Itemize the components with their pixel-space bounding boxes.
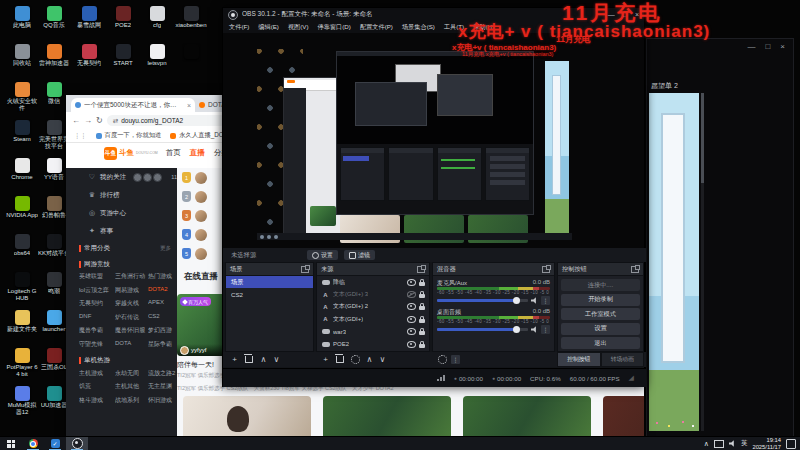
obs-menu-item[interactable]: 停靠窗口(D) — [318, 23, 351, 32]
game-category-link[interactable]: 战地系列 — [115, 396, 148, 405]
visibility-eye-icon[interactable] — [407, 316, 416, 323]
channel-options-kebab-icon[interactable]: ⋮ — [541, 296, 550, 305]
source-properties-button[interactable]: 设置 — [307, 250, 338, 260]
visibility-eye-icon[interactable] — [407, 291, 416, 298]
game-category-link[interactable]: 网易游戏 — [115, 286, 148, 295]
game-category-link[interactable]: APEX — [148, 299, 176, 308]
visibility-eye-icon[interactable] — [407, 279, 416, 286]
mixer-options-kebab-icon[interactable]: ⋮ — [451, 355, 460, 364]
douyu-sidebar-item[interactable]: ✦ 赛事 — [66, 222, 177, 240]
desktop-icon[interactable]: letsvpn — [140, 44, 174, 78]
bookmark-baidu[interactable]: 百度一下，你就知道 — [96, 131, 162, 140]
clock[interactable]: 19:14 2025/11/17 — [752, 437, 781, 450]
ranking-row[interactable]: 2 — [182, 189, 207, 204]
source-properties-gear-icon[interactable] — [351, 355, 360, 364]
obs-menu-item[interactable]: 配置文件(P) — [360, 23, 393, 32]
speaker-icon[interactable] — [531, 326, 538, 333]
scenes-dock-header[interactable]: 场景 — [226, 263, 313, 276]
game-category-link[interactable]: 星际争霸 — [148, 340, 176, 349]
source-item[interactable]: war3 — [317, 326, 429, 338]
address-bar[interactable]: ⇄ douyu.com/g_DOTA2 — [107, 115, 237, 126]
dock-tab[interactable]: 转场动画 — [601, 352, 645, 367]
input-language-indicator[interactable]: 英 — [741, 439, 748, 448]
hidden-icons-chevron[interactable]: ∧ — [704, 440, 709, 448]
ranking-row[interactable]: 4 — [182, 227, 207, 242]
game-category-link[interactable]: 永劫无间 — [115, 369, 148, 378]
popout-dock-icon[interactable] — [417, 266, 425, 273]
game-category-link[interactable]: 魔兽争霸 — [79, 326, 115, 335]
site-info-icon[interactable]: ⇄ — [113, 117, 118, 125]
source-filters-button[interactable]: 滤镜 — [344, 250, 375, 260]
game-category-link[interactable]: 守望先锋 — [79, 340, 115, 349]
move-down-icon[interactable]: ∨ — [377, 354, 388, 365]
desktop-icon[interactable]: POE2 — [106, 6, 140, 40]
control-button[interactable]: 连接中.... — [561, 279, 640, 291]
game-category-link[interactable]: lol云顶之弈 — [79, 286, 115, 295]
desktop-icon[interactable]: Logitech G HUB — [6, 272, 38, 306]
control-button[interactable]: 退出 — [561, 337, 640, 349]
game-category-link[interactable]: 魔兽怀旧服 — [115, 326, 148, 335]
lock-icon[interactable] — [419, 344, 425, 348]
mixer-dock-header[interactable]: 混音器 — [433, 263, 554, 276]
video-thumbnail[interactable] — [323, 396, 451, 437]
video-thumbnail[interactable] — [603, 396, 644, 437]
desktop-icon[interactable]: xiaobenben — [174, 6, 208, 40]
source-item[interactable]: 文本(GDI+) 3 — [317, 288, 429, 300]
video-thumbnail[interactable] — [183, 396, 311, 437]
control-button[interactable]: 工作室模式 — [561, 308, 640, 320]
visibility-eye-icon[interactable] — [407, 341, 416, 348]
douyu-sidebar-item[interactable]: ♡ 我的关注 11 — [66, 168, 177, 186]
source-item[interactable]: POE2 — [317, 338, 429, 350]
lock-icon[interactable] — [419, 319, 425, 323]
game-category-link[interactable]: 炉石传说 — [115, 313, 148, 322]
forward-icon[interactable]: → — [84, 116, 92, 125]
game-category-link[interactable]: 穿越火线 — [115, 299, 148, 308]
popout-dock-icon[interactable] — [631, 266, 639, 273]
game-category-link[interactable]: 主机游戏 — [79, 369, 115, 378]
game-category-link[interactable]: 英雄联盟 — [79, 272, 115, 281]
ranking-row[interactable]: 3 — [182, 208, 207, 223]
minimize-icon[interactable]: — — [747, 42, 755, 51]
game-category-link[interactable]: 无畏契约 — [79, 299, 115, 308]
obs-menu-item[interactable]: 文件(F) — [229, 23, 249, 32]
obs-menu-item[interactable]: 场景集合(S) — [402, 23, 435, 32]
browser-tab-active[interactable]: 一个便宜5000块还不让退，你… × — [71, 98, 195, 112]
move-down-icon[interactable]: ∨ — [271, 354, 282, 365]
desktop-icon[interactable]: START — [106, 44, 140, 78]
lock-icon[interactable] — [419, 306, 425, 310]
lock-icon[interactable] — [419, 294, 425, 298]
action-center-icon[interactable] — [786, 439, 796, 449]
popout-dock-icon[interactable] — [301, 266, 309, 273]
scrollbar-thumb[interactable] — [701, 93, 704, 183]
douyu-logo[interactable]: 斗鱼 斗鱼 DOUYU.COM — [104, 147, 158, 160]
ranking-row[interactable]: 1 — [182, 170, 207, 185]
game-category-link[interactable]: 三角洲行动 — [115, 272, 148, 281]
tab-close-icon[interactable]: × — [187, 102, 191, 109]
game-category-link[interactable]: 饥荒 — [79, 382, 115, 391]
ranking-row[interactable]: 5 — [182, 246, 207, 261]
source-item[interactable]: 文本(GDI+) 2 — [317, 301, 429, 313]
douyu-sidebar-item[interactable]: ♛ 排行榜 — [66, 186, 177, 204]
taskbar-obs[interactable] — [66, 437, 88, 450]
game-category-link[interactable]: DOTA — [115, 340, 148, 349]
desktop-icon[interactable]: QQ音乐 — [38, 6, 70, 40]
desktop-icon[interactable] — [174, 44, 208, 78]
speaker-icon[interactable] — [531, 297, 538, 304]
add-source-icon[interactable]: + — [320, 354, 331, 365]
sources-dock-header[interactable]: 来源 — [317, 263, 429, 276]
close-icon[interactable]: × — [780, 42, 785, 51]
channel-options-kebab-icon[interactable]: ⋮ — [541, 325, 550, 334]
desktop-icon[interactable]: 无畏契约 — [72, 44, 106, 78]
taskbar-app[interactable]: ✓ — [44, 437, 66, 450]
game-category-link[interactable]: 主机其他 — [115, 382, 148, 391]
desktop-icon[interactable]: cfg — [140, 6, 174, 40]
desktop-icon[interactable]: Chrome — [6, 158, 38, 192]
scrollbar[interactable] — [701, 93, 704, 431]
start-button[interactable] — [0, 437, 22, 450]
desktop-icon[interactable]: PotPlayer 64 bit — [6, 348, 38, 382]
move-up-icon[interactable]: ∧ — [364, 354, 375, 365]
scene-item[interactable]: 场景 — [226, 276, 313, 288]
apps-grid-icon[interactable]: ⋮⋮ — [74, 132, 87, 139]
desktop-icon[interactable]: 回收站 — [6, 44, 38, 78]
control-button[interactable]: 设置 — [561, 323, 640, 335]
